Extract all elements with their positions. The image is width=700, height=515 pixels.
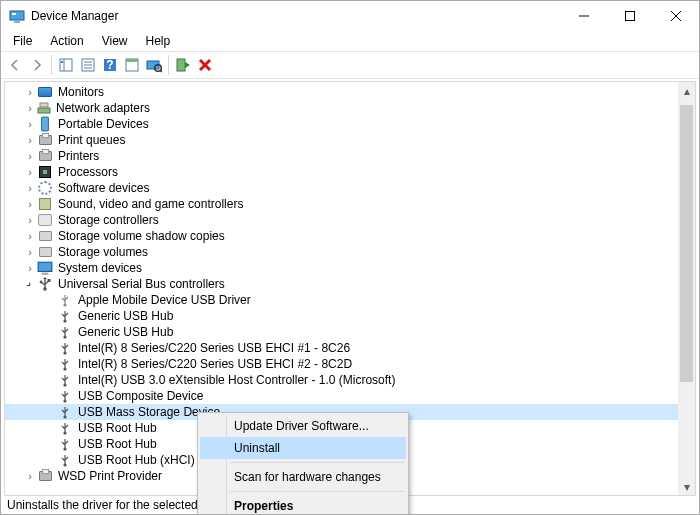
svg-rect-7 (60, 59, 72, 71)
cpu-icon (37, 164, 53, 180)
svg-rect-4 (626, 12, 635, 21)
sound-icon (37, 196, 53, 212)
tree-item-usb-device[interactable]: Generic USB Hub (5, 308, 678, 324)
context-separator (230, 462, 404, 463)
usb-icon (57, 372, 73, 388)
tree-item-storage-volumes[interactable]: ›Storage volumes (5, 244, 678, 260)
vertical-scrollbar[interactable]: ▴ ▾ (678, 82, 695, 495)
monitor-icon (37, 84, 53, 100)
tree-label: Apple Mobile Device USB Driver (76, 292, 253, 308)
tree-item-usb-device[interactable]: Generic USB Hub (5, 324, 678, 340)
help-button[interactable]: ? (100, 55, 120, 75)
tree-item-usb-device[interactable]: Apple Mobile Device USB Driver (5, 292, 678, 308)
tree-item-usb-device[interactable]: Intel(R) 8 Series/C220 Series USB EHCI #… (5, 356, 678, 372)
tree-label: Printers (56, 148, 101, 164)
update-driver-button[interactable] (122, 55, 142, 75)
tree-label: Intel(R) 8 Series/C220 Series USB EHCI #… (76, 356, 354, 372)
toolbar-divider (168, 55, 169, 75)
svg-rect-26 (42, 117, 49, 131)
toolbar: ? (1, 51, 699, 79)
tree-item-printers[interactable]: ›Printers (5, 148, 678, 164)
svg-rect-28 (42, 273, 49, 275)
expand-icon[interactable]: › (23, 468, 37, 484)
svg-rect-33 (48, 279, 51, 282)
svg-rect-2 (14, 21, 20, 23)
tree-item-processors[interactable]: ›Processors (5, 164, 678, 180)
expand-icon[interactable]: › (23, 212, 37, 228)
tree-item-software[interactable]: ›Software devices (5, 180, 678, 196)
back-button[interactable] (5, 55, 25, 75)
tree-label: USB Root Hub (76, 436, 159, 452)
menu-help[interactable]: Help (138, 32, 179, 50)
usb-icon (57, 356, 73, 372)
expand-icon[interactable]: › (23, 84, 37, 100)
tree-item-print-queues[interactable]: ›Print queues (5, 132, 678, 148)
expand-icon[interactable]: › (23, 148, 37, 164)
usb-icon (57, 308, 73, 324)
tree-label: System devices (56, 260, 144, 276)
usb-icon (57, 436, 73, 452)
disk-icon (37, 244, 53, 260)
expand-icon[interactable]: › (23, 244, 37, 260)
tree-label: Storage controllers (56, 212, 161, 228)
tree-label: Portable Devices (56, 116, 151, 132)
tree-label: USB Composite Device (76, 388, 205, 404)
menu-file[interactable]: File (5, 32, 40, 50)
expand-icon[interactable]: › (23, 132, 37, 148)
tree-item-storage-controllers[interactable]: ›Storage controllers (5, 212, 678, 228)
tree-item-usb-device[interactable]: USB Composite Device (5, 388, 678, 404)
expand-icon[interactable]: › (23, 164, 37, 180)
tree-item-shadow-copies[interactable]: ›Storage volume shadow copies (5, 228, 678, 244)
expand-icon[interactable]: › (23, 100, 37, 116)
tree-label: Print queues (56, 132, 127, 148)
expand-icon[interactable]: › (23, 228, 37, 244)
tree-item-portable[interactable]: ›Portable Devices (5, 116, 678, 132)
enable-device-button[interactable] (173, 55, 193, 75)
close-button[interactable] (653, 1, 699, 31)
expand-icon[interactable]: › (23, 180, 37, 196)
context-scan-hardware[interactable]: Scan for hardware changes (200, 466, 406, 488)
context-label: Scan for hardware changes (234, 470, 381, 484)
tree-item-usb-device[interactable]: Intel(R) 8 Series/C220 Series USB EHCI #… (5, 340, 678, 356)
context-properties[interactable]: Properties (200, 495, 406, 515)
scroll-down-arrow-icon[interactable]: ▾ (678, 478, 695, 495)
controller-icon (37, 212, 53, 228)
portable-device-icon (37, 116, 53, 132)
usb-icon (57, 292, 73, 308)
menu-bar: File Action View Help (1, 31, 699, 51)
menu-view[interactable]: View (94, 32, 136, 50)
tree-item-system-devices[interactable]: ›System devices (5, 260, 678, 276)
tree-item-network[interactable]: ›Network adapters (5, 100, 678, 116)
tree-label: Network adapters (54, 100, 152, 116)
tree-label: Intel(R) 8 Series/C220 Series USB EHCI #… (76, 340, 352, 356)
maximize-button[interactable] (607, 1, 653, 31)
tree-item-monitors[interactable]: ›Monitors (5, 84, 678, 100)
tree-item-usb-device[interactable]: Intel(R) USB 3.0 eXtensible Host Control… (5, 372, 678, 388)
printer-icon (37, 132, 53, 148)
tree-item-sound[interactable]: ›Sound, video and game controllers (5, 196, 678, 212)
tree-item-usb-controllers[interactable]: ›Universal Serial Bus controllers (5, 276, 678, 292)
computer-icon (37, 260, 53, 276)
show-hide-tree-button[interactable] (56, 55, 76, 75)
expand-icon[interactable]: › (23, 196, 37, 212)
scroll-thumb[interactable] (680, 105, 693, 382)
tree-label: Generic USB Hub (76, 324, 175, 340)
tree-label: USB Root Hub (xHCI) (76, 452, 197, 468)
svg-rect-21 (177, 59, 185, 71)
uninstall-device-button[interactable] (195, 55, 215, 75)
scan-hardware-button[interactable] (144, 55, 164, 75)
menu-action[interactable]: Action (42, 32, 91, 50)
scroll-up-arrow-icon[interactable]: ▴ (678, 82, 695, 99)
context-uninstall[interactable]: Uninstall (200, 437, 406, 459)
scroll-track[interactable] (678, 99, 695, 478)
forward-button[interactable] (27, 55, 47, 75)
context-separator (230, 491, 404, 492)
context-label: Uninstall (234, 441, 280, 455)
printer-icon (37, 148, 53, 164)
properties-button[interactable] (78, 55, 98, 75)
printer-icon (37, 468, 53, 484)
minimize-button[interactable] (561, 1, 607, 31)
context-update-driver[interactable]: Update Driver Software... (200, 415, 406, 437)
expand-icon[interactable]: › (23, 116, 37, 132)
network-icon (37, 102, 51, 114)
